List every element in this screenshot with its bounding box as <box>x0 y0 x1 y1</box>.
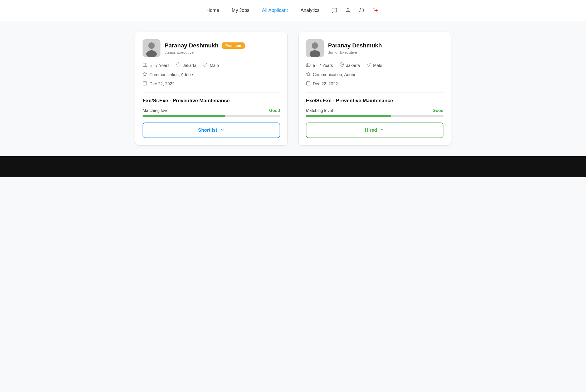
nav-home[interactable]: Home <box>206 8 219 13</box>
experience-item-2: 5 - 7 Years <box>306 62 333 68</box>
navbar: Home My Jobs All Applicant Analytics <box>0 0 586 21</box>
svg-point-15 <box>312 42 318 49</box>
calendar-icon-2 <box>306 81 311 87</box>
date-item-2: Dec 22, 2022 <box>306 81 338 87</box>
skills-text-2: Communication, Adobe <box>313 72 356 77</box>
nav-all-applicant[interactable]: All Applicant <box>262 8 288 13</box>
calendar-icon-1 <box>143 81 147 87</box>
card-divider-2 <box>306 92 443 92</box>
card-header-1: Paranay Deshmukh Premium Junior Executiv… <box>143 39 280 57</box>
skills-item-2: Communication, Adobe <box>306 72 356 78</box>
nav-analytics[interactable]: Analytics <box>301 8 320 13</box>
name-row-1: Paranay Deshmukh Premium <box>165 42 245 49</box>
gender-text-1: Male <box>210 63 219 68</box>
applicant-name-2: Paranay Deshmukh <box>328 42 382 49</box>
bell-icon[interactable] <box>358 6 366 15</box>
meta-row-skills-1: Communication, Adobe <box>143 72 280 78</box>
location-text-1: Jakarta <box>183 63 197 68</box>
gender-item-2: Male <box>366 62 382 68</box>
card-header-2: Paranay Deshmukh Junior Executive <box>306 39 443 57</box>
avatar-1 <box>143 39 160 57</box>
nav-links: Home My Jobs All Applicant Analytics <box>206 8 319 13</box>
progress-bar-bg-2 <box>306 115 443 117</box>
applicant-name-1: Paranay Deshmukh <box>165 42 218 49</box>
skills-icon-1 <box>143 72 147 78</box>
svg-point-3 <box>148 42 155 49</box>
briefcase-icon-2 <box>306 62 311 68</box>
name-section-1: Paranay Deshmukh Premium Junior Executiv… <box>165 42 245 55</box>
skills-item-1: Communication, Adobe <box>143 72 193 78</box>
avatar-2 <box>306 39 324 57</box>
shortlist-label: Shortlist <box>198 128 217 133</box>
skills-text-1: Communication, Adobe <box>149 72 193 77</box>
matching-label-2: Matching level <box>306 108 333 113</box>
svg-rect-10 <box>143 82 147 85</box>
svg-marker-9 <box>143 72 147 76</box>
experience-item-1: 5 - 7 Years <box>143 62 170 68</box>
progress-bar-fill-2 <box>306 115 391 117</box>
meta-row-basic-1: 5 - 7 Years Jakarta Male <box>143 62 280 68</box>
date-text-2: Dec 22, 2022 <box>313 82 338 86</box>
footer-bar <box>0 156 586 177</box>
name-row-2: Paranay Deshmukh <box>328 42 382 49</box>
gender-icon-2 <box>366 62 371 68</box>
matching-header-2: Matching level Good <box>306 108 443 113</box>
matching-section-1: Matching level Good <box>143 108 280 117</box>
applicant-title-2: Junior Executive <box>328 50 382 55</box>
hired-label: Hired <box>365 128 377 133</box>
logout-icon[interactable] <box>371 6 380 15</box>
svg-point-6 <box>178 64 179 65</box>
location-item-2: Jakarta <box>339 62 360 68</box>
premium-badge-1: Premium <box>222 42 245 49</box>
meta-row-date-2: Dec 22, 2022 <box>306 81 443 87</box>
job-title-2: Exe/Sr.Exe - Preventive Maintenance <box>306 98 443 104</box>
nav-myjobs[interactable]: My Jobs <box>232 8 249 13</box>
svg-rect-5 <box>143 64 147 67</box>
applicant-title-1: Junior Executive <box>165 50 245 55</box>
gender-icon-1 <box>203 62 208 68</box>
nav-icons <box>330 6 380 15</box>
matching-value-2: Good <box>432 108 443 113</box>
location-icon-1 <box>176 62 181 68</box>
gender-text-2: Male <box>373 63 382 68</box>
location-item-1: Jakarta <box>176 62 197 68</box>
matching-value-1: Good <box>269 108 280 113</box>
card-meta-2: 5 - 7 Years Jakarta Male <box>306 62 443 87</box>
progress-bar-fill-1 <box>143 115 225 117</box>
date-item-1: Dec 22, 2022 <box>143 81 174 87</box>
applicant-card-2: Paranay Deshmukh Junior Executive 5 - 7 … <box>298 32 451 146</box>
skills-icon-2 <box>306 72 311 78</box>
svg-marker-21 <box>306 72 310 76</box>
matching-label-1: Matching level <box>143 108 169 113</box>
card-divider-1 <box>143 92 280 92</box>
meta-row-date-1: Dec 22, 2022 <box>143 81 280 87</box>
meta-row-skills-2: Communication, Adobe <box>306 72 443 78</box>
svg-point-0 <box>347 8 349 10</box>
svg-rect-17 <box>306 64 310 67</box>
shortlist-chevron-icon <box>220 127 225 133</box>
chat-icon[interactable] <box>330 6 339 15</box>
briefcase-icon-1 <box>143 62 147 68</box>
hired-button[interactable]: Hired <box>306 122 443 138</box>
date-text-1: Dec 22, 2022 <box>149 82 174 86</box>
gender-item-1: Male <box>203 62 219 68</box>
location-icon-2 <box>339 62 344 68</box>
shortlist-button[interactable]: Shortlist <box>143 122 280 138</box>
experience-text-1: 5 - 7 Years <box>149 63 170 68</box>
main-content: Paranay Deshmukh Premium Junior Executiv… <box>0 21 586 156</box>
meta-row-basic-2: 5 - 7 Years Jakarta Male <box>306 62 443 68</box>
name-section-2: Paranay Deshmukh Junior Executive <box>328 42 382 55</box>
svg-rect-22 <box>306 82 310 85</box>
svg-point-18 <box>341 64 342 65</box>
job-title-1: Exe/Sr.Exe - Preventive Maintenance <box>143 98 280 104</box>
hired-chevron-icon <box>380 127 384 133</box>
matching-header-1: Matching level Good <box>143 108 280 113</box>
user-icon[interactable] <box>344 6 352 15</box>
applicant-card-1: Paranay Deshmukh Premium Junior Executiv… <box>135 32 288 146</box>
experience-text-2: 5 - 7 Years <box>313 63 333 68</box>
location-text-2: Jakarta <box>346 63 360 68</box>
card-meta-1: 5 - 7 Years Jakarta Male <box>143 62 280 87</box>
matching-section-2: Matching level Good <box>306 108 443 117</box>
progress-bar-bg-1 <box>143 115 280 117</box>
